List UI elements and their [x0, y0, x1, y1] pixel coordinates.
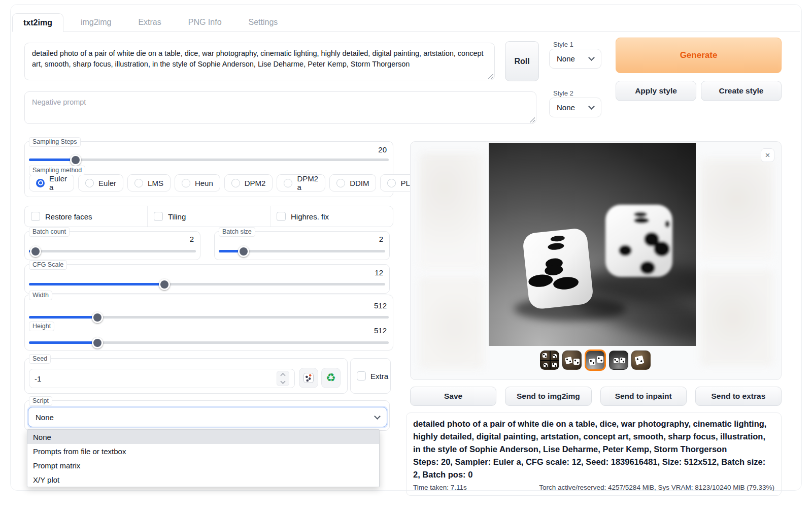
script-box: Script None — [24, 400, 390, 431]
sampling-box: Sampling Steps 20 Sampling method Euler … — [24, 141, 393, 197]
sampler-heun[interactable]: Heun — [175, 174, 220, 192]
vram-stats-text: Torch active/reserved: 4257/5284 MiB, Sy… — [539, 484, 774, 491]
batch-size-value: 2 — [379, 235, 383, 243]
apply-style-button[interactable]: Apply style — [616, 81, 696, 101]
seed-stepper[interactable] — [277, 371, 289, 386]
cfg-scale-box: CFG Scale 12 — [24, 264, 390, 294]
style1-label: Style 1 — [553, 41, 573, 48]
sampling-steps-label: Sampling Steps — [29, 137, 81, 147]
extra-seed-box: Extra — [350, 358, 391, 394]
sampler-dpm2-a[interactable]: DPM2 a — [277, 174, 325, 192]
extra-checkbox[interactable] — [357, 371, 366, 380]
negative-prompt-input[interactable] — [24, 91, 536, 124]
toggle-row: Restore faces Tiling Highres. fix — [24, 206, 393, 227]
width-value: 512 — [374, 301, 387, 310]
send-to-inpaint-button[interactable]: Send to inpaint — [600, 387, 687, 406]
send-to-img2img-button[interactable]: Send to img2img — [505, 387, 591, 406]
gallery-ghost-right — [699, 148, 776, 371]
seed-box: Seed ♻ — [24, 358, 348, 394]
restore-faces-checkbox[interactable] — [31, 212, 40, 221]
tab-txt2img[interactable]: txt2img — [12, 13, 63, 32]
gallery-thumbnail-4[interactable] — [609, 351, 628, 370]
chevron-down-icon — [588, 103, 595, 110]
save-button[interactable]: Save — [410, 387, 496, 406]
send-to-extras-button[interactable]: Send to extras — [695, 387, 782, 406]
sampling-method-group: Euler a Euler LMS Heun DPM2 DPM2 a DDIM … — [29, 174, 428, 192]
close-icon[interactable]: × — [761, 148, 774, 162]
result-gallery: × — [410, 141, 782, 380]
prompt-input[interactable]: detailed photo of a pair of white die on… — [24, 43, 495, 80]
tiling-label: Tiling — [168, 212, 186, 221]
sampling-steps-slider[interactable] — [29, 154, 389, 165]
batch-size-box: Batch size 2 — [214, 231, 390, 260]
batch-count-box: Batch count 2 — [24, 231, 200, 260]
roll-button[interactable]: Roll — [505, 41, 539, 81]
caret-down-icon — [281, 379, 286, 384]
create-style-button[interactable]: Create style — [701, 81, 782, 101]
script-option-none[interactable]: None — [27, 430, 379, 444]
generate-button[interactable]: Generate — [616, 38, 782, 73]
tab-png-info[interactable]: PNG Info — [179, 13, 231, 31]
batch-count-label: Batch count — [29, 227, 70, 237]
recycle-icon: ♻ — [326, 372, 336, 384]
chevron-down-icon — [374, 413, 381, 420]
gallery-thumbnail-2[interactable] — [562, 351, 582, 370]
chevron-down-icon — [588, 54, 595, 61]
cfg-scale-value: 12 — [375, 268, 383, 277]
txt2img-page: txt2img img2img Extras PNG Info Settings… — [0, 0, 812, 508]
script-option-prompt-matrix[interactable]: Prompt matrix — [27, 458, 379, 472]
extra-label: Extra — [370, 372, 388, 380]
script-option-prompts-from-file[interactable]: Prompts from file or textbox — [27, 444, 379, 458]
gallery-thumbnail-1[interactable] — [540, 351, 559, 370]
tab-settings[interactable]: Settings — [239, 13, 288, 31]
generation-info-box: detailed photo of a pair of white die on… — [406, 412, 782, 496]
main-tabbar: txt2img img2img Extras PNG Info Settings — [12, 13, 800, 32]
random-seed-button[interactable] — [299, 368, 318, 388]
style1-select[interactable]: None — [549, 49, 601, 69]
width-label: Width — [29, 291, 52, 300]
output-actions: Save Send to img2img Send to inpaint Sen… — [410, 387, 782, 406]
height-label: Height — [29, 322, 54, 331]
style2-value: None — [557, 103, 575, 112]
tab-img2img[interactable]: img2img — [71, 13, 121, 31]
height-value: 512 — [374, 326, 387, 335]
sampling-steps-value: 20 — [378, 145, 387, 154]
sampler-dpm2[interactable]: DPM2 — [224, 174, 273, 192]
cfg-scale-slider[interactable] — [29, 278, 385, 290]
sampler-ddim[interactable]: DDIM — [329, 174, 376, 192]
gallery-thumbnail-3[interactable] — [585, 350, 606, 371]
script-option-xy-plot[interactable]: X/Y plot — [27, 472, 379, 487]
generated-image[interactable] — [489, 143, 696, 346]
sampling-method-label: Sampling method — [29, 166, 85, 175]
style2-label: Style 2 — [553, 89, 573, 97]
batch-size-slider[interactable] — [219, 245, 385, 257]
seed-label: Seed — [29, 354, 51, 364]
script-label: Script — [29, 396, 52, 406]
style1-value: None — [557, 54, 575, 63]
script-select[interactable]: None — [28, 407, 387, 427]
generation-info-params: Steps: 20, Sampler: Euler a, CFG scale: … — [413, 456, 774, 481]
seed-field-wrap — [29, 369, 295, 388]
gallery-thumbnail-5[interactable] — [631, 351, 651, 370]
sampler-euler-a[interactable]: Euler a — [29, 174, 74, 192]
script-dropdown-list: None Prompts from file or textbox Prompt… — [27, 429, 380, 487]
tab-extras[interactable]: Extras — [128, 13, 171, 31]
cfg-scale-label: CFG Scale — [29, 260, 67, 270]
time-taken-text: Time taken: 7.11s — [413, 484, 467, 491]
prompt-field-wrap: detailed photo of a pair of white die on… — [24, 43, 495, 80]
reuse-seed-button[interactable]: ♻ — [321, 368, 341, 388]
seed-input[interactable] — [35, 374, 277, 383]
caret-up-icon — [281, 373, 286, 378]
width-slider[interactable] — [29, 311, 389, 323]
highres-fix-checkbox[interactable] — [277, 212, 286, 221]
batch-size-label: Batch size — [219, 227, 255, 237]
height-slider[interactable] — [29, 337, 389, 348]
highres-fix-label: Highres. fix — [291, 212, 329, 221]
style2-select[interactable]: None — [549, 98, 601, 117]
gallery-thumbnails — [540, 350, 651, 371]
sampler-lms[interactable]: LMS — [127, 174, 171, 192]
gallery-ghost-left — [417, 148, 488, 371]
tiling-checkbox[interactable] — [154, 212, 163, 221]
sampler-euler[interactable]: Euler — [78, 174, 123, 192]
batch-count-slider[interactable] — [29, 245, 196, 257]
